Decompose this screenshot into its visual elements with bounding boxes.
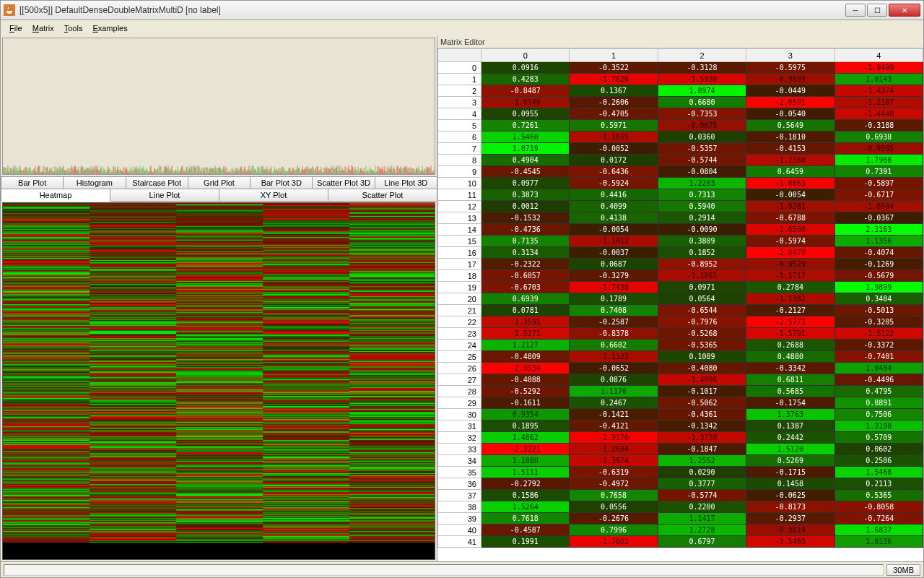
cell[interactable]: 0.0172 [570,155,658,166]
row-header[interactable]: 16 [438,247,481,259]
row-header[interactable]: 32 [438,432,481,444]
cell[interactable]: -0.2587 [570,316,658,328]
cell[interactable]: -0.6544 [658,305,746,316]
col-header[interactable]: 4 [834,49,923,62]
cell[interactable]: 1.1356 [834,236,923,247]
cell[interactable]: 1.5111 [481,467,570,478]
cell[interactable]: -1.0140 [481,97,570,108]
cell[interactable]: 0.2506 [834,455,923,467]
cell[interactable]: -0.0367 [834,212,923,224]
cell[interactable]: -0.7353 [658,108,746,120]
cell[interactable]: -0.3205 [834,316,923,328]
cell[interactable]: -0.9529 [746,259,834,270]
tab-line-plot-3d[interactable]: Line Plot 3D [375,176,437,189]
row-header[interactable]: 7 [438,143,481,155]
cell[interactable]: -0.4074 [834,247,923,259]
maximize-button[interactable]: ☐ [867,4,887,17]
row-header[interactable]: 2 [438,85,481,97]
heatmap-canvas[interactable] [2,202,435,560]
cell[interactable]: 1.4862 [481,432,570,444]
cell[interactable]: 0.0564 [658,293,746,305]
cell[interactable]: 0.7261 [481,120,570,131]
cell[interactable]: -1.1061 [658,270,746,282]
row-header[interactable]: 10 [438,178,481,189]
cell[interactable]: 0.4283 [481,74,570,85]
row-header[interactable]: 34 [438,455,481,467]
cell[interactable]: 0.3809 [658,236,746,247]
cell[interactable]: 0.2467 [570,397,658,409]
cell[interactable]: -0.0540 [746,108,834,120]
cell[interactable]: 0.1789 [570,293,658,305]
cell[interactable]: -1.2107 [834,97,923,108]
row-header[interactable]: 26 [438,363,481,374]
row-header[interactable]: 13 [438,212,481,224]
row-header[interactable]: 36 [438,478,481,490]
cell[interactable]: -2.5773 [746,316,834,328]
cell[interactable]: 1.3763 [746,409,834,420]
cell[interactable]: 1.7908 [834,155,923,166]
cell[interactable]: -1.5465 [746,536,834,548]
cell[interactable]: -0.8173 [746,501,834,513]
cell[interactable]: -1.7626 [570,74,658,85]
cell[interactable]: 0.6939 [481,293,570,305]
cell[interactable]: 0.2688 [746,340,834,351]
cell[interactable]: 0.3134 [481,247,570,259]
cell[interactable]: 1.5468 [834,467,923,478]
cell[interactable]: -1.5271 [481,328,570,340]
row-header[interactable]: 39 [438,513,481,525]
cell[interactable]: -0.2606 [570,97,658,108]
cell[interactable]: -0.5974 [746,236,834,247]
cell[interactable]: 0.7618 [481,513,570,525]
cell[interactable]: -0.5292 [481,386,570,397]
cell[interactable]: 0.2113 [834,478,923,490]
cell[interactable]: 1.5120 [746,444,834,455]
cell[interactable]: -0.1421 [570,409,658,420]
cell[interactable]: 0.5709 [834,432,923,444]
cell[interactable]: -0.5744 [658,155,746,166]
cell[interactable]: -0.7264 [834,513,923,525]
tab-bar-plot-3d[interactable]: Bar Plot 3D [250,176,313,189]
cell[interactable]: -0.9899 [746,74,834,85]
tab-grid-plot[interactable]: Grid Plot [188,176,250,189]
cell[interactable]: 0.4099 [570,201,658,212]
row-header[interactable]: 22 [438,316,481,328]
row-header[interactable]: 21 [438,305,481,316]
cell[interactable]: -0.2792 [481,478,570,490]
cell[interactable]: 0.7408 [570,305,658,316]
cell[interactable]: -1.4440 [834,108,923,120]
cell[interactable]: -0.6057 [481,270,570,282]
row-header[interactable]: 23 [438,328,481,340]
cell[interactable]: -1.9176 [570,432,658,444]
cell[interactable]: 1.2552 [658,455,746,467]
cell[interactable]: -0.9814 [746,525,834,536]
cell[interactable]: -0.3522 [570,62,658,74]
cell[interactable]: -0.1810 [746,131,834,143]
cell[interactable]: -0.2322 [481,259,570,270]
cell[interactable]: 0.5269 [746,455,834,467]
cell[interactable]: -0.5365 [658,340,746,351]
cell[interactable]: -2.0470 [746,247,834,259]
cell[interactable]: 0.6680 [658,97,746,108]
cell[interactable]: -1.3738 [658,432,746,444]
cell[interactable]: -0.4587 [481,525,570,536]
row-header[interactable]: 4 [438,108,481,120]
menu-matrix[interactable]: Matrix [28,22,58,34]
cell[interactable]: 1.5460 [481,131,570,143]
cell[interactable]: -1.7602 [570,536,658,548]
cell[interactable]: 0.7996 [570,525,658,536]
cell[interactable]: -0.4736 [481,224,570,236]
cell[interactable]: -0.2127 [746,305,834,316]
cell[interactable]: 1.8719 [481,143,570,155]
cell[interactable]: 0.0781 [481,305,570,316]
row-header[interactable]: 17 [438,259,481,270]
row-header[interactable]: 24 [438,340,481,351]
cell[interactable]: -0.1611 [481,397,570,409]
row-header[interactable]: 12 [438,201,481,212]
cell[interactable]: 0.5971 [570,120,658,131]
cell[interactable]: -1.9499 [834,62,923,74]
cell[interactable]: -0.0625 [746,490,834,501]
cell[interactable]: -1.5122 [834,328,923,340]
cell[interactable]: 0.4138 [570,212,658,224]
cell[interactable]: -0.1754 [746,397,834,409]
cell[interactable]: -0.0037 [570,247,658,259]
